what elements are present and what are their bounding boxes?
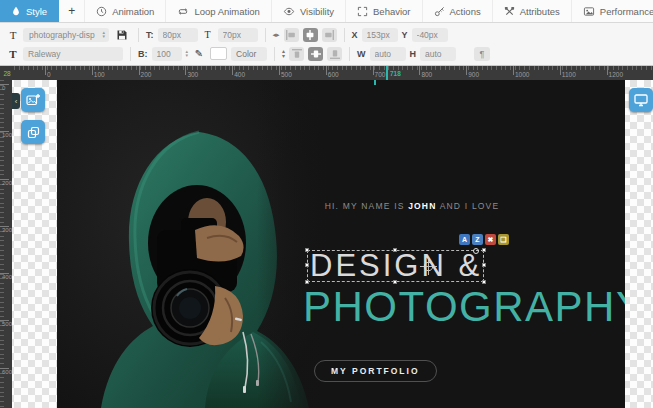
tab-label: Visibility: [300, 6, 334, 17]
my-portfolio-button[interactable]: MY PORTFOLIO: [314, 360, 437, 382]
divider: [349, 47, 350, 61]
x-position-label: X: [352, 30, 358, 40]
toolbar-row-2: T B: ▴▾ ✎ ▴▾ W H ¶: [0, 44, 653, 63]
resize-handle[interactable]: [393, 248, 397, 252]
tab-actions[interactable]: Actions: [423, 0, 493, 22]
color-swatch[interactable]: [210, 47, 227, 60]
layer-font-icon[interactable]: A: [459, 234, 470, 245]
ruler-label: 1200: [609, 71, 623, 78]
subtitle-text-layer[interactable]: HI. MY NAME IS JOHN AND I LOVE: [325, 201, 500, 211]
align-left-button[interactable]: [284, 28, 299, 42]
resize-handle[interactable]: [305, 280, 309, 284]
tab-label: Actions: [450, 6, 481, 17]
save-font-style-icon[interactable]: [113, 29, 131, 41]
add-image-button[interactable]: [21, 88, 45, 112]
ruler-label: 0: [47, 71, 51, 78]
paragraph-button[interactable]: ¶: [474, 47, 490, 61]
align-middle-button[interactable]: [308, 47, 323, 61]
height-input[interactable]: [420, 47, 456, 61]
width-input[interactable]: [370, 47, 406, 61]
font-family-input[interactable]: [23, 47, 123, 61]
ruler-label: 200: [141, 71, 152, 78]
line-height-icon: T: [202, 29, 214, 40]
position-marker-value: 718: [390, 70, 401, 77]
align-top-button[interactable]: [289, 47, 304, 61]
divider: [344, 28, 345, 42]
expand-arrows-icon: [357, 6, 368, 17]
ink-drop-icon: [11, 6, 21, 16]
tab-behavior[interactable]: Behavior: [346, 0, 423, 22]
ruler-label: 600: [2, 369, 12, 375]
editor-canvas: HI. MY NAME IS JOHN AND I LOVE AZ✖❏ DESI…: [0, 80, 653, 408]
ruler-label: 700: [375, 71, 386, 78]
subtitle-suffix: AND I LOVE: [437, 201, 500, 211]
divider: [138, 28, 139, 42]
resize-handle[interactable]: [305, 263, 309, 267]
heading-photography-text[interactable]: PHOTOGRAPHY: [303, 283, 625, 331]
tab-animation[interactable]: Animation: [85, 0, 166, 22]
tab-performance[interactable]: Performance: [572, 0, 653, 22]
weight-stepper-icon[interactable]: ▴▾: [186, 50, 189, 57]
tab-label: Style: [26, 6, 47, 17]
width-label: W: [357, 49, 366, 59]
resize-handle[interactable]: [482, 263, 486, 267]
image-icon: [583, 6, 595, 17]
font-style-select[interactable]: photography-disp ▴▾: [23, 28, 109, 42]
tab-add[interactable]: +: [59, 0, 85, 22]
anchor-crosshair-icon[interactable]: [420, 258, 437, 279]
horizontal-ruler[interactable]: 718 010020030040050060070080090010001100…: [0, 66, 653, 80]
ruler-label: 300: [187, 71, 198, 78]
ruler-label: 500: [281, 71, 292, 78]
ruler-label: 900: [468, 71, 479, 78]
divider: [130, 47, 131, 61]
duplicate-layer-button[interactable]: [21, 120, 45, 144]
style-toolbar: T photography-disp ▴▾ T: T ◂▸ X Y: [0, 23, 653, 66]
tab-loop-animation[interactable]: Loop Animation: [166, 0, 272, 22]
layer-style-icon[interactable]: Z: [472, 234, 483, 245]
tab-label: Animation: [112, 6, 154, 17]
tab-label: Behavior: [373, 6, 411, 17]
desktop-preview-button[interactable]: [629, 88, 653, 112]
rotate-handle[interactable]: [473, 248, 479, 254]
ruler-label: 100: [2, 132, 12, 138]
layer-duplicate-icon[interactable]: ❏: [498, 234, 509, 245]
resize-handle[interactable]: [305, 248, 309, 252]
height-label: H: [410, 49, 417, 59]
resize-handle[interactable]: [482, 248, 486, 252]
ruler-corner-readout: 28: [0, 66, 14, 80]
tab-visibility[interactable]: Visibility: [272, 0, 346, 22]
selected-layer-box[interactable]: DESIGN &: [307, 250, 484, 282]
ruler-label: 1000: [515, 71, 529, 78]
align-right-button[interactable]: [322, 28, 337, 42]
toolbar-row-1: T photography-disp ▴▾ T: T ◂▸ X Y: [0, 25, 653, 44]
tab-style[interactable]: Style: [0, 0, 59, 22]
collapse-panel-tab[interactable]: ‹: [12, 93, 20, 109]
x-position-input[interactable]: [362, 28, 398, 42]
tab-label: Attributes: [520, 6, 560, 17]
font-family-icon: T: [7, 48, 19, 60]
ruler-label: 600: [328, 71, 339, 78]
ruler-label: 300: [2, 227, 12, 233]
eye-icon: [283, 6, 295, 17]
line-height-input[interactable]: [218, 28, 258, 42]
y-position-input[interactable]: [412, 28, 448, 42]
select-arrows-icon: ▴▾: [102, 31, 105, 38]
vertical-ruler[interactable]: 0100200300400500600: [0, 80, 12, 408]
font-size-input[interactable]: [158, 28, 198, 42]
font-weight-input[interactable]: [152, 47, 182, 61]
ruler-label: 0: [2, 85, 5, 91]
pencil-icon[interactable]: ✎: [192, 48, 206, 59]
color-input[interactable]: [231, 47, 267, 61]
resize-handle[interactable]: [393, 280, 397, 284]
ruler-label: 100: [94, 71, 105, 78]
align-center-button[interactable]: [303, 28, 318, 42]
position-marker: [386, 66, 388, 80]
align-bottom-button[interactable]: [327, 47, 342, 61]
horizontal-arrows-icon: ◂▸: [273, 31, 280, 39]
tab-attributes[interactable]: Attributes: [493, 0, 572, 22]
resize-handle[interactable]: [482, 280, 486, 284]
heading-design-text[interactable]: DESIGN &: [310, 251, 483, 281]
key-icon: [434, 6, 445, 17]
layer-delete-icon[interactable]: ✖: [485, 234, 496, 245]
slide-stage[interactable]: HI. MY NAME IS JOHN AND I LOVE AZ✖❏ DESI…: [57, 80, 625, 408]
